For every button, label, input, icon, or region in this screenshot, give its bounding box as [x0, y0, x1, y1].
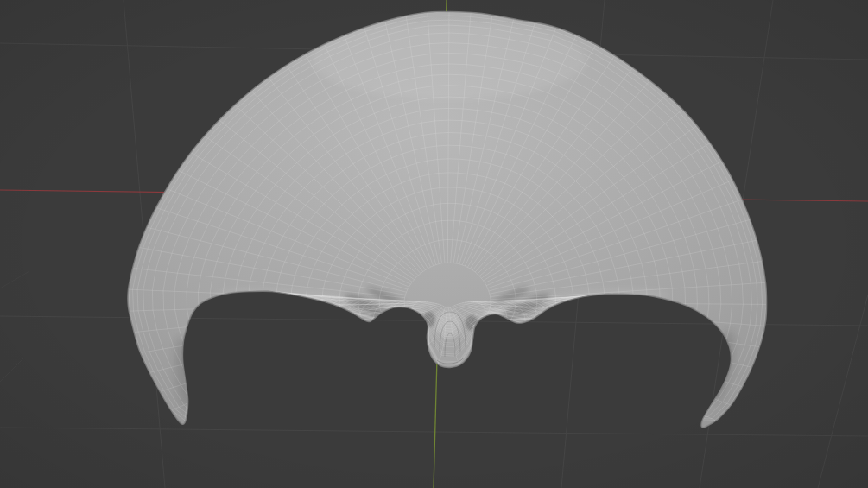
viewport-3d[interactable] — [0, 0, 868, 488]
viewport-canvas — [0, 0, 868, 488]
viewport-vignette — [0, 0, 868, 488]
